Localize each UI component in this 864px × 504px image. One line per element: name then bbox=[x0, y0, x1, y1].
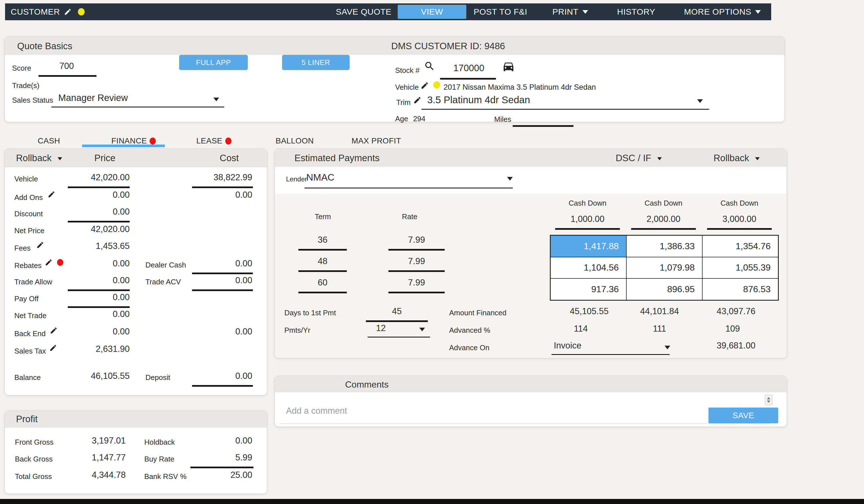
payment-cell[interactable]: 1,079.98 bbox=[626, 257, 702, 279]
more-options-menu-button[interactable]: MORE OPTIONS bbox=[684, 3, 761, 20]
payment-cell-selected[interactable]: 1,417.88 bbox=[550, 236, 626, 257]
row-label-sales-tax: Sales Tax bbox=[14, 347, 46, 356]
save-comment-button[interactable]: SAVE bbox=[708, 408, 778, 423]
edit-sales-tax-pencil-icon[interactable] bbox=[49, 344, 57, 352]
payment-cell[interactable]: 1,354.76 bbox=[702, 236, 778, 257]
comment-scroll-spinner[interactable] bbox=[765, 395, 772, 405]
term-input-3[interactable]: 60 bbox=[298, 278, 347, 288]
chevron-down-icon[interactable] bbox=[214, 98, 219, 101]
full-app-button[interactable]: FULL APP bbox=[179, 55, 248, 70]
underline bbox=[192, 187, 253, 188]
rebates-price[interactable]: 0.00 bbox=[61, 259, 130, 268]
fees-value: 1,453.65 bbox=[61, 241, 130, 251]
edit-trim-pencil-icon[interactable] bbox=[413, 96, 422, 104]
row-label-back-end: Back End bbox=[14, 329, 46, 338]
five-liner-button[interactable]: 5 LINER bbox=[282, 55, 350, 70]
payment-cell[interactable]: 876.53 bbox=[702, 278, 778, 300]
cash-down-input-3[interactable]: 3,000.00 bbox=[707, 214, 772, 224]
estimated-payments-header: Estimated Payments DSC / IF Rollback bbox=[275, 149, 787, 167]
edit-back-end-pencil-icon[interactable] bbox=[50, 326, 58, 334]
vehicle-price-input[interactable]: 42,020.00 bbox=[61, 172, 130, 182]
chevron-down-icon[interactable] bbox=[507, 177, 513, 181]
front-gross-value: 3,197.01 bbox=[58, 436, 126, 446]
bank-rsv-value: 25.00 bbox=[185, 470, 252, 480]
stock-search-icon[interactable] bbox=[424, 60, 435, 72]
post-to-fi-button[interactable]: POST TO F&I bbox=[473, 3, 527, 20]
addons-cost[interactable]: 0.00 bbox=[185, 190, 252, 200]
edit-fees-pencil-icon[interactable] bbox=[36, 241, 44, 249]
save-quote-button[interactable]: SAVE QUOTE bbox=[336, 3, 392, 20]
sales-tax-value: 2,631.90 bbox=[61, 344, 130, 354]
profit-header: Profit bbox=[5, 411, 267, 428]
cost-column-header: Cost bbox=[201, 153, 257, 164]
chevron-down-icon[interactable] bbox=[419, 328, 425, 331]
trade-acv-input[interactable]: 0.00 bbox=[185, 275, 252, 286]
underline bbox=[68, 289, 130, 291]
days-to-first-pmt-input[interactable]: 45 bbox=[366, 306, 428, 316]
pmts-underline bbox=[368, 337, 430, 337]
view-button[interactable]: VIEW bbox=[398, 5, 466, 19]
buy-rate-input[interactable]: 5.99 bbox=[185, 453, 252, 463]
edit-addons-pencil-icon[interactable] bbox=[48, 190, 56, 198]
payment-cell[interactable]: 1,055.39 bbox=[702, 257, 778, 279]
chevron-down-icon bbox=[755, 157, 760, 160]
term-input-1[interactable]: 36 bbox=[298, 235, 347, 245]
tab-lease[interactable]: LEASE bbox=[196, 135, 231, 147]
vehicle-car-icon[interactable] bbox=[502, 60, 515, 73]
rate-input-3[interactable]: 7.99 bbox=[388, 278, 445, 288]
tab-max-profit[interactable]: MAX PROFIT bbox=[351, 135, 401, 147]
rollback-menu[interactable]: Rollback bbox=[16, 153, 62, 164]
payment-cell[interactable]: 1,386.33 bbox=[626, 236, 702, 257]
discount-price-input[interactable]: 0.00 bbox=[61, 207, 130, 217]
underline bbox=[298, 292, 347, 293]
customer-button[interactable]: CUSTOMER bbox=[11, 3, 85, 20]
advance-on-select[interactable]: Invoice bbox=[554, 340, 581, 351]
back-end-cost[interactable]: 0.00 bbox=[185, 326, 252, 337]
deposit-input[interactable]: 0.00 bbox=[185, 371, 252, 381]
pmts-per-yr-select[interactable]: 12 bbox=[376, 323, 386, 333]
lender-select[interactable]: NMAC bbox=[306, 172, 334, 183]
rate-input-1[interactable]: 7.99 bbox=[388, 235, 445, 245]
active-tab-indicator bbox=[82, 145, 165, 147]
term-input-2[interactable]: 48 bbox=[298, 256, 347, 266]
row-label-balance: Balance bbox=[14, 373, 41, 382]
cash-down-input-2[interactable]: 2,000.00 bbox=[631, 214, 696, 224]
cash-down-input-1[interactable]: 1,000.00 bbox=[555, 214, 620, 224]
add-comment-input[interactable]: Add a comment bbox=[286, 406, 347, 416]
rate-input-2[interactable]: 7.99 bbox=[388, 256, 445, 266]
back-end-price[interactable]: 0.00 bbox=[61, 326, 130, 337]
tab-balloon[interactable]: BALLOON bbox=[276, 135, 314, 147]
history-button[interactable]: HISTORY bbox=[617, 3, 655, 20]
payment-cell[interactable]: 917.36 bbox=[550, 278, 626, 300]
underline bbox=[68, 221, 130, 223]
underline bbox=[388, 249, 445, 251]
deposit-label: Deposit bbox=[145, 373, 170, 382]
dsc-if-menu[interactable]: DSC / IF bbox=[616, 153, 662, 164]
sales-status-select[interactable]: Manager Review bbox=[58, 93, 128, 103]
pay-off-input[interactable]: 0.00 bbox=[61, 292, 130, 302]
addons-price[interactable]: 0.00 bbox=[61, 190, 130, 200]
comments-header: Comments bbox=[275, 376, 787, 392]
payment-matrix: 1,417.88 1,386.33 1,354.76 1,104.56 1,07… bbox=[550, 235, 779, 301]
score-input[interactable]: 700 bbox=[38, 61, 95, 71]
edit-customer-pencil-icon[interactable] bbox=[64, 8, 72, 16]
vehicle-cost-input[interactable]: 38,822.99 bbox=[185, 172, 252, 182]
stock-number-input[interactable]: 170000 bbox=[444, 63, 494, 73]
chevron-down-icon[interactable] bbox=[664, 346, 670, 349]
miles-input-underline[interactable] bbox=[513, 125, 574, 127]
trade-allow-input[interactable]: 0.00 bbox=[61, 275, 130, 286]
payment-cell[interactable]: 1,104.56 bbox=[550, 257, 626, 279]
dealer-cash-input[interactable]: 0.00 bbox=[185, 259, 252, 268]
rollback-menu-right[interactable]: Rollback bbox=[713, 153, 760, 164]
tab-balloon-label: BALLOON bbox=[276, 136, 314, 145]
tab-cash[interactable]: CASH bbox=[38, 135, 60, 147]
tab-finance-label: FINANCE bbox=[111, 136, 147, 145]
payment-cell[interactable]: 896.95 bbox=[626, 278, 702, 300]
edit-vehicle-pencil-icon[interactable] bbox=[420, 81, 429, 90]
chevron-down-icon[interactable] bbox=[697, 99, 703, 103]
underline bbox=[190, 467, 253, 468]
print-menu-button[interactable]: PRINT bbox=[552, 3, 588, 20]
trim-select[interactable]: 3.5 Platinum 4dr Sedan bbox=[427, 94, 530, 106]
edit-rebates-pencil-icon[interactable] bbox=[45, 259, 52, 266]
rollback-panel: Rollback Price Cost Vehicle 42,020.00 38… bbox=[4, 148, 267, 395]
